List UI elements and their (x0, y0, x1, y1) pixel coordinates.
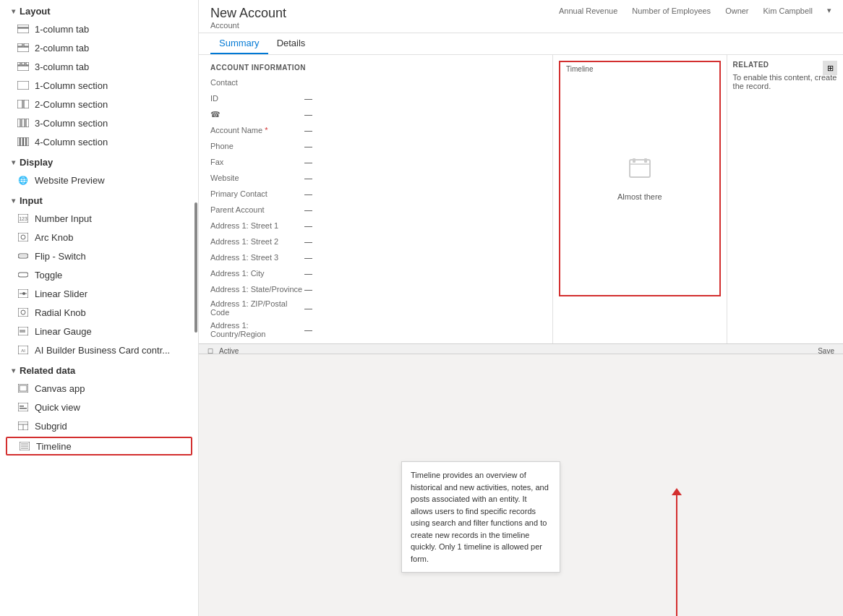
sidebar-item-website-preview[interactable]: 🌐 Website Preview (0, 171, 198, 189)
sidebar-item-1col-tab[interactable]: 1-column tab (0, 20, 198, 38)
svg-point-22 (21, 235, 25, 239)
flip-icon (17, 250, 29, 262)
field-account-name: Account Name * — (199, 122, 552, 138)
sidebar-item-arc-knob-label: Arc Knob (35, 232, 73, 243)
sidebar-item-2col-section[interactable]: 2-Column section (0, 95, 198, 114)
timeline-highlighted-box: Timeline Almost there (559, 61, 721, 296)
svg-rect-4 (17, 47, 29, 52)
sidebar-item-toggle[interactable]: Toggle (0, 265, 198, 284)
topbar-chevron-icon[interactable]: ▾ (827, 6, 831, 15)
sidebar-item-3col-section[interactable]: 3-Column section (0, 114, 198, 132)
timeline-section-label: Timeline (566, 65, 593, 73)
tab2-icon (17, 42, 29, 54)
arc-icon (17, 231, 29, 243)
form-title: New Account (210, 6, 286, 21)
sidebar-item-2col-tab-label: 2-column tab (35, 43, 89, 54)
field-addr-zip: Address 1: ZIP/Postal Code — (199, 297, 552, 319)
svg-rect-3 (24, 43, 29, 46)
sidebar-item-ai-builder[interactable]: AI AI Builder Business Card contr... (0, 341, 198, 359)
sidebar-item-arc-knob[interactable]: Arc Knob (0, 228, 198, 247)
field-state-label: Address 1: State/Province (210, 285, 304, 294)
field-website: Website — (199, 170, 552, 186)
timeline-tooltip: Timeline provides an overview of histori… (401, 461, 560, 573)
sidebar-item-radial-knob[interactable]: Radial Knob (0, 303, 198, 322)
field-addr-country: Address 1: Country/Region — (199, 319, 552, 341)
svg-rect-11 (24, 100, 29, 108)
canvas-area: Timeline provides an overview of histori… (199, 354, 843, 616)
chevron-related-icon: ▾ (12, 367, 15, 375)
toggle-icon (17, 269, 29, 281)
sidebar-item-timeline[interactable]: Timeline (6, 437, 192, 455)
sidebar-item-3col-tab-label: 3-column tab (35, 61, 89, 72)
ai-icon: AI (17, 344, 29, 356)
sidebar-item-4col-section-label: 4-Column section (35, 137, 108, 147)
field-primary-contact-label: Primary Contact (210, 189, 304, 198)
sec4-icon (17, 136, 29, 147)
field-addr-street3: Address 1: Street 3 — (199, 249, 552, 265)
field-addr-state: Address 1: State/Province — (199, 281, 552, 297)
field-account-name-label: Account Name * (210, 126, 304, 134)
status-save[interactable]: Save (818, 347, 834, 354)
section-related-data[interactable]: ▾ Related data (0, 359, 198, 379)
tab-summary[interactable]: Summary (210, 33, 268, 54)
field-street2-label: Address 1: Street 2 (210, 237, 304, 246)
sidebar-item-4col-section[interactable]: 4-Column section (0, 132, 198, 151)
sidebar-item-linear-gauge[interactable]: Linear Gauge (0, 322, 198, 341)
field-fax-label: Fax (210, 158, 304, 166)
sidebar-item-number-input[interactable]: 123 Number Input (0, 209, 198, 228)
svg-rect-12 (17, 119, 20, 127)
account-info-title: ACCOUNT INFORMATION (199, 61, 552, 74)
svg-rect-9 (17, 81, 29, 90)
sidebar-item-quick-view[interactable]: Quick view (0, 398, 198, 416)
field-street1-label: Address 1: Street 1 (210, 221, 304, 230)
sidebar-item-3col-tab[interactable]: 3-column tab (0, 57, 198, 76)
sec3-icon (17, 117, 29, 129)
field-primary-contact: Primary Contact — (199, 186, 552, 202)
svg-rect-29 (18, 308, 28, 317)
tab3-icon (17, 61, 29, 72)
subgrid-icon (17, 420, 29, 432)
sidebar-scrollbar[interactable] (194, 202, 197, 333)
sidebar-item-website-label: Website Preview (35, 175, 105, 186)
sidebar-item-1col-section[interactable]: 1-Column section (0, 76, 198, 95)
field-website-label: Website (210, 174, 304, 182)
chevron-display-icon: ▾ (12, 158, 15, 166)
tab1-icon (17, 23, 29, 35)
sidebar-item-flip-switch[interactable]: Flip - Switch (0, 247, 198, 265)
form-tabs: Summary Details (199, 33, 843, 55)
field-parent-account: Parent Account — (199, 202, 552, 218)
svg-rect-18 (27, 137, 29, 146)
sidebar-item-canvas-app[interactable]: Canvas app (0, 379, 198, 398)
section-layout[interactable]: ▾ Layout (0, 0, 198, 20)
sidebar-item-subgrid[interactable]: Subgrid (0, 416, 198, 435)
sidebar-item-2col-section-label: 2-Column section (35, 99, 108, 110)
related-text: To enable this content, create the recor… (733, 73, 837, 90)
main-area: New Account Account Annual Revenue Numbe… (199, 0, 843, 616)
tab-details[interactable]: Details (268, 33, 314, 54)
sidebar-item-ai-label: AI Builder Business Card contr... (35, 345, 170, 356)
section-input[interactable]: ▾ Input (0, 189, 198, 209)
sidebar-item-linear-gauge-label: Linear Gauge (35, 326, 92, 337)
field-contact: Contact (199, 74, 552, 90)
section-display[interactable]: ▾ Display (0, 151, 198, 171)
chevron-layout-icon: ▾ (12, 7, 15, 15)
quick-icon (17, 401, 29, 413)
timeline-almost-text: Almost there (617, 192, 662, 201)
field-contact-label: Contact (210, 78, 304, 87)
svg-rect-6 (22, 62, 25, 65)
svg-rect-5 (17, 62, 20, 65)
sec1-icon (17, 80, 29, 91)
svg-rect-8 (17, 66, 29, 71)
field-phone-icon: ☎ — (199, 106, 552, 122)
svg-rect-32 (20, 330, 25, 333)
sidebar-item-linear-slider[interactable]: Linear Slider (0, 284, 198, 303)
form-right-panel: RELATED To enable this content, create t… (727, 55, 843, 343)
related-expand-button[interactable]: ⊞ (823, 61, 837, 75)
sidebar-item-2col-tab[interactable]: 2-column tab (0, 38, 198, 57)
topbar-owner: Owner (725, 7, 748, 15)
form-left-panel: ACCOUNT INFORMATION Contact ID — ☎ — Acc… (199, 55, 553, 343)
svg-rect-0 (17, 25, 29, 27)
num-icon: 123 (17, 213, 29, 224)
field-phone-label: Phone (210, 142, 304, 150)
form-statusbar: ☐ Active Save (199, 343, 843, 354)
